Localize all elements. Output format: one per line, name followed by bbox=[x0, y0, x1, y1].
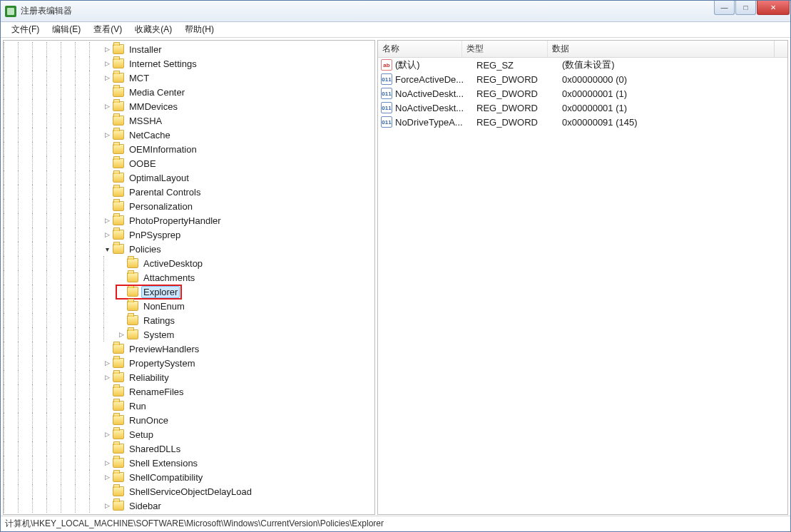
tree-item[interactable]: PnPSysprep bbox=[4, 227, 374, 242]
tree-item[interactable]: ShellCompatibility bbox=[4, 470, 374, 484]
tree-item-label[interactable]: Personalization bbox=[127, 200, 195, 213]
expander-icon[interactable] bbox=[103, 502, 111, 509]
tree-item-label[interactable]: MMDevices bbox=[127, 101, 180, 113]
tree-item-label[interactable]: PhotoPropertyHandler bbox=[127, 215, 223, 227]
tree-item-label[interactable]: ShellCompatibility bbox=[127, 471, 205, 484]
tree-item[interactable]: MSSHA bbox=[4, 113, 374, 128]
tree-item[interactable]: Ratings bbox=[4, 313, 374, 327]
expander-icon[interactable] bbox=[118, 331, 125, 338]
tree-item-label[interactable]: Internet Settings bbox=[127, 58, 199, 70]
expander-icon[interactable] bbox=[103, 88, 111, 96]
tree-item-label[interactable]: Installer bbox=[127, 44, 164, 56]
tree-item-label[interactable]: OOBE bbox=[127, 158, 158, 170]
tree-item[interactable]: Explorer bbox=[4, 285, 374, 299]
tree-item[interactable]: RunOnce bbox=[4, 413, 374, 427]
tree-item-label[interactable]: Policies bbox=[127, 243, 163, 255]
tree-item[interactable]: Shell Extensions bbox=[4, 456, 374, 470]
expander-icon[interactable] bbox=[103, 359, 111, 367]
expander-icon[interactable] bbox=[103, 117, 111, 124]
tree-item[interactable]: SharedDLLs bbox=[4, 441, 374, 456]
expander-icon[interactable] bbox=[103, 174, 111, 181]
tree-item[interactable]: NonEnum bbox=[4, 299, 374, 313]
menu-help[interactable]: 帮助(H) bbox=[178, 22, 220, 37]
tree-item-label[interactable]: MCT bbox=[127, 72, 151, 84]
tree-item[interactable]: PropertySystem bbox=[4, 356, 374, 370]
tree-item-label[interactable]: RunOnce bbox=[127, 414, 170, 426]
tree-item-label[interactable]: Explorer bbox=[141, 286, 180, 298]
col-type[interactable]: 类型 bbox=[462, 41, 548, 57]
tree-item-label[interactable]: OEMInformation bbox=[127, 143, 199, 155]
tree-item-label[interactable]: Run bbox=[127, 400, 148, 412]
list-row[interactable]: 011ForceActiveDe...REG_DWORD0x00000000 (… bbox=[378, 72, 787, 86]
tree-item-label[interactable]: Parental Controls bbox=[127, 186, 203, 198]
tree-item[interactable]: Installer bbox=[4, 42, 374, 56]
tree-item-label[interactable]: PropertySystem bbox=[127, 357, 197, 369]
tree-item-label[interactable]: PreviewHandlers bbox=[127, 343, 201, 355]
expander-icon[interactable] bbox=[103, 74, 111, 81]
expander-icon[interactable] bbox=[103, 416, 111, 424]
tree-item[interactable]: RenameFiles bbox=[4, 384, 374, 399]
tree-item-label[interactable]: Reliability bbox=[127, 372, 171, 384]
tree-item-label[interactable]: NonEnum bbox=[141, 300, 187, 312]
tree-item[interactable]: Personalization bbox=[4, 199, 374, 213]
expander-icon[interactable] bbox=[103, 488, 111, 495]
tree-item-label[interactable]: Setup bbox=[127, 429, 155, 441]
tree-item[interactable]: Policies bbox=[4, 242, 374, 256]
list-row[interactable]: ab(默认)REG_SZ(数值未设置) bbox=[378, 58, 787, 72]
tree-item-label[interactable]: ActiveDesktop bbox=[141, 257, 205, 270]
tree-item[interactable]: Setup bbox=[4, 427, 374, 441]
tree-item-label[interactable]: SharedDLLs bbox=[127, 443, 183, 455]
expander-icon[interactable] bbox=[103, 431, 111, 438]
tree-item-label[interactable]: Shell Extensions bbox=[127, 457, 200, 469]
expander-icon[interactable] bbox=[103, 217, 111, 224]
tree-item[interactable]: Sidebar bbox=[4, 498, 374, 513]
tree-item[interactable]: ActiveDesktop bbox=[4, 256, 374, 270]
col-data[interactable]: 数据 bbox=[548, 41, 775, 57]
expander-icon[interactable] bbox=[103, 474, 111, 481]
expander-icon[interactable] bbox=[103, 46, 111, 53]
expander-icon[interactable] bbox=[103, 245, 111, 252]
tree-item-label[interactable]: Ratings bbox=[141, 314, 177, 327]
expander-icon[interactable] bbox=[103, 402, 111, 409]
close-button[interactable]: ✕ bbox=[757, 1, 790, 15]
menu-file[interactable]: 文件(F) bbox=[5, 22, 46, 37]
tree-item-label[interactable]: RenameFiles bbox=[127, 386, 186, 398]
expander-icon[interactable] bbox=[103, 445, 111, 452]
minimize-button[interactable]: — bbox=[714, 1, 735, 15]
menu-favorites[interactable]: 收藏夹(A) bbox=[128, 22, 178, 37]
registry-tree[interactable]: InstallerInternet SettingsMCTMedia Cente… bbox=[4, 41, 374, 514]
expander-icon[interactable] bbox=[103, 60, 111, 67]
tree-item[interactable]: OEMInformation bbox=[4, 142, 374, 156]
tree-item[interactable]: Attachments bbox=[4, 270, 374, 285]
tree-item[interactable]: Media Center bbox=[4, 85, 374, 99]
expander-icon[interactable] bbox=[103, 145, 111, 153]
tree-item[interactable]: MCT bbox=[4, 71, 374, 85]
tree-item[interactable]: Run bbox=[4, 399, 374, 413]
list-row[interactable]: 011NoActiveDeskt...REG_DWORD0x00000001 (… bbox=[378, 101, 787, 115]
tree-item[interactable]: Internet Settings bbox=[4, 56, 374, 71]
expander-icon[interactable] bbox=[103, 160, 111, 167]
tree-item[interactable]: OOBE bbox=[4, 156, 374, 170]
expander-icon[interactable] bbox=[118, 260, 125, 267]
tree-item[interactable]: OptimalLayout bbox=[4, 170, 374, 185]
list-row[interactable]: 011NoDriveTypeA...REG_DWORD0x00000091 (1… bbox=[378, 115, 787, 129]
expander-icon[interactable] bbox=[118, 302, 125, 310]
expander-icon[interactable] bbox=[103, 203, 111, 210]
tree-item-label[interactable]: ShellServiceObjectDelayLoad bbox=[127, 486, 254, 498]
expander-icon[interactable] bbox=[103, 345, 111, 352]
list-row[interactable]: 011NoActiveDeskt...REG_DWORD0x00000001 (… bbox=[378, 86, 787, 101]
tree-item-label[interactable]: MSSHA bbox=[127, 115, 164, 127]
tree-item-label[interactable]: Sidebar bbox=[127, 500, 163, 512]
menu-edit[interactable]: 编辑(E) bbox=[46, 22, 87, 37]
tree-item-label[interactable]: NetCache bbox=[127, 129, 173, 141]
expander-icon[interactable] bbox=[103, 231, 111, 238]
col-name[interactable]: 名称 bbox=[378, 41, 462, 57]
tree-item-label[interactable]: OptimalLayout bbox=[127, 172, 191, 184]
tree-item[interactable]: Reliability bbox=[4, 370, 374, 384]
tree-item[interactable]: Parental Controls bbox=[4, 185, 374, 199]
expander-icon[interactable] bbox=[103, 188, 111, 195]
expander-icon[interactable] bbox=[118, 288, 125, 295]
tree-item[interactable]: PreviewHandlers bbox=[4, 342, 374, 356]
tree-item[interactable]: PhotoPropertyHandler bbox=[4, 213, 374, 227]
tree-item-label[interactable]: Media Center bbox=[127, 86, 187, 98]
